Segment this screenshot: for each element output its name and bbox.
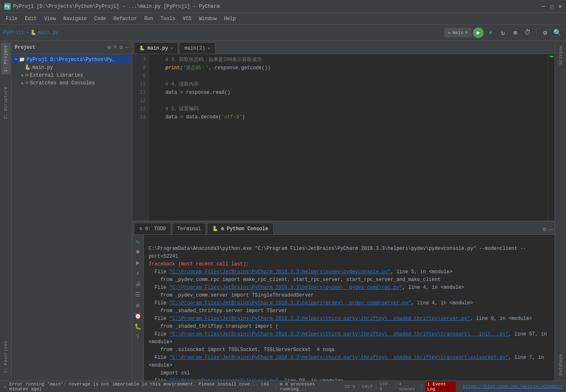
rerun-button[interactable]: ↻ — [498, 27, 508, 38]
status-charset[interactable]: UTF-8 — [380, 382, 392, 392]
toolbar-file-label[interactable]: main.py — [38, 30, 59, 36]
menu-vcs[interactable]: VCS — [179, 15, 195, 23]
editor-tab-main-py[interactable]: 🐍 main.py ✕ — [134, 42, 178, 54]
console-rerun-icon[interactable]: ↻ — [133, 236, 143, 246]
sidebar-add-icon[interactable]: ⊕ — [107, 44, 111, 51]
status-indent[interactable]: 4 spaces — [399, 382, 418, 392]
console-compare-icon[interactable]: ⊞ — [133, 300, 143, 310]
sidebar-filter-icon[interactable]: ≡ — [113, 44, 117, 51]
event-log-badge[interactable]: 1 Event Log — [425, 381, 456, 392]
structure-tab[interactable]: Z: Structure — [1, 84, 11, 122]
console-help-icon[interactable]: ? — [133, 332, 143, 342]
console-stop-icon[interactable]: ■ — [133, 247, 143, 257]
status-sep-6 — [459, 383, 460, 390]
tree-chevron-ext: ▶ — [21, 73, 24, 78]
console-trace-2: from _pydev_comm.rpc import make_rpc_cli… — [149, 277, 441, 283]
console-link-7[interactable]: "C:\ProgramData\Anaconda3\lib\ssl.py" — [169, 378, 278, 381]
console-link-3[interactable]: "C:\Program Files\JetBrains\PyCharm 2018… — [169, 300, 411, 306]
status-sep-3 — [376, 383, 376, 390]
coverage-button[interactable]: ⊕ — [510, 27, 521, 38]
console-print-icon[interactable]: 🖨 — [133, 279, 143, 289]
menu-file[interactable]: File — [2, 15, 21, 23]
bottom-tab-python-console[interactable]: 🐍 ⚙ Python Console — [207, 223, 273, 234]
tab-close-main-py[interactable]: ✕ — [170, 46, 173, 51]
error-marker — [550, 56, 554, 57]
menu-edit[interactable]: Edit — [22, 15, 40, 23]
status-bar: ⚠ Error running 'main': Coverage is not … — [0, 381, 566, 392]
console-settings-icon[interactable]: ⚙ — [543, 226, 546, 233]
sidebar-settings-icon[interactable]: ⚙ — [119, 44, 122, 51]
scratch-icon: ⊙ — [25, 80, 28, 86]
code-content[interactable]: # 3、获取状态码，如果是200表示获取成功 print('状态码：', res… — [149, 54, 548, 221]
console-debug-icon[interactable]: 🐛 — [133, 322, 143, 331]
console-scroll-icon[interactable]: ⬇ — [133, 268, 143, 278]
menu-bar: File Edit View Navigate Code Refactor Ru… — [0, 13, 566, 25]
tree-item-ext-lib[interactable]: ▶ ⊞ External Libraries — [11, 71, 132, 79]
bottom-tab-todo[interactable]: ≡ 6: TODO — [134, 223, 171, 234]
line-num-7: 7 — [135, 56, 146, 64]
line-num-9: 9 — [135, 72, 146, 80]
line-num-10: 10 — [135, 80, 146, 88]
minimize-button[interactable]: — — [542, 3, 545, 10]
console-cmd-line: C:\ProgramData\Anaconda3\python.exe "C:\… — [149, 246, 526, 259]
toolbar-project-label[interactable]: PyProj1 — [3, 30, 24, 36]
status-processes[interactable]: ⚙ 8 processes running... — [280, 381, 338, 392]
menu-refactor[interactable]: Refactor — [110, 15, 140, 23]
run-config-button[interactable]: ▶ main ▼ — [444, 28, 471, 37]
menu-navigate[interactable]: Navigate — [60, 15, 90, 23]
menu-window[interactable]: Window — [196, 15, 220, 23]
console-clock-icon[interactable]: ⏰ — [133, 311, 143, 321]
status-crlf[interactable]: CRLF — [362, 384, 373, 389]
console-minimize-icon[interactable]: — — [550, 226, 553, 233]
database-tab[interactable]: Database — [557, 351, 565, 379]
sidebar-minimize-icon[interactable]: — — [125, 44, 129, 51]
project-panel-tab[interactable]: 1: Project — [1, 43, 11, 75]
tree-item-scratches[interactable]: ▶ ⊙ Scratches and Consoles — [11, 79, 132, 87]
console-link-4[interactable]: "C:\Program Files\JetBrains\PyCharm 2018… — [169, 316, 470, 322]
console-link-5[interactable]: "C:\Program Files\JetBrains\PyCharm 2018… — [169, 331, 508, 337]
sciview-tab[interactable]: SciView — [557, 43, 565, 68]
editor-area: 🐍 main.py ✕ main(2) ✕ 7 8 9 10 11 12 — [132, 41, 555, 221]
tab-close-main2[interactable]: ✕ — [208, 46, 210, 51]
console-traceback: Traceback (most recent call last): — [149, 261, 249, 267]
tab-label-terminal: Terminal — [177, 226, 201, 232]
tree-item-main-py[interactable]: 🐍 main.py — [11, 63, 132, 71]
console-link-6[interactable]: "C:\Program Files\JetBrains\PyCharm 2018… — [169, 355, 508, 360]
code-line-14: data = data.decode('utf-8') — [154, 114, 245, 120]
status-link[interactable]: https://blog.csdn.net/weixin_42899627 — [463, 384, 563, 389]
folder-icon: 📁 — [19, 57, 25, 63]
debug-button[interactable]: ⚡ — [485, 27, 496, 38]
profile-button[interactable]: ⏱ — [522, 27, 533, 38]
left-tool-strip: 1: Project Z: Structure 2: Favorites — [0, 41, 11, 381]
menu-tools[interactable]: Tools — [157, 15, 179, 23]
tree-item-root[interactable]: ▼ 📁 PyProj1 D:\Projects\Python\Py… — [11, 56, 132, 63]
console-link-2[interactable]: "C:\Program Files\JetBrains\PyCharm 2018… — [169, 285, 402, 290]
sidebar-header: Project ⊕ ≡ ⚙ — — [11, 41, 132, 54]
code-line-10: # 4、读取内容 — [154, 82, 199, 87]
search-button[interactable]: 🔍 — [552, 27, 563, 38]
close-button[interactable]: ✕ — [559, 3, 562, 10]
menu-code[interactable]: Code — [91, 15, 109, 23]
right-gutter — [548, 54, 555, 221]
sidebar-title: Project — [15, 45, 35, 50]
console-trace-5: File "C:\Program Files\JetBrains\PyCharm… — [149, 300, 473, 306]
console-run-icon[interactable]: ▶ — [133, 258, 143, 267]
toolbar-file-icon: 🐍 — [30, 29, 36, 36]
console-filter-icon[interactable]: ☰ — [133, 290, 143, 299]
console-link-1[interactable]: "C:\Program Files\JetBrains\PyCharm 2018… — [169, 269, 390, 275]
console-trace-6: from _shaded_thriftpy.server import TSer… — [149, 308, 287, 314]
menu-help[interactable]: Help — [221, 15, 239, 23]
maximize-button[interactable]: ☐ — [550, 3, 553, 10]
menu-view[interactable]: View — [41, 15, 59, 23]
menu-run[interactable]: Run — [141, 15, 156, 23]
tab-label-main-py: main.py — [147, 45, 168, 51]
favorites-tab[interactable]: 2: Favorites — [1, 338, 11, 376]
editor-tab-main2[interactable]: main(2) ✕ — [179, 42, 215, 54]
run-button[interactable]: ▶ — [473, 27, 484, 38]
status-sep-4 — [395, 383, 396, 390]
console-trace-12: import ssl — [149, 370, 190, 376]
build-button[interactable]: ⚙ — [540, 27, 550, 38]
title-left: Py PyProj1 [D:\Projects\Python\PyProj1] … — [4, 3, 220, 10]
window-controls[interactable]: — ☐ ✕ — [542, 3, 562, 10]
bottom-tab-terminal[interactable]: Terminal — [172, 223, 206, 234]
